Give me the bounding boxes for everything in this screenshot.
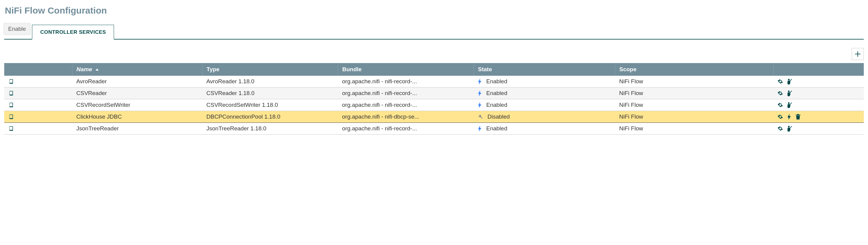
configure-button[interactable] [777, 102, 783, 108]
configure-button[interactable] [777, 126, 783, 131]
column-header-name[interactable]: Name [72, 63, 202, 76]
documentation-icon[interactable] [8, 126, 68, 131]
disable-button[interactable] [787, 79, 793, 85]
column-header-type[interactable]: Type [202, 63, 338, 76]
state-label: Enabled [486, 78, 507, 85]
cell-scope: NiFi Flow [615, 88, 773, 99]
cell-name: CSVRecordSetWriter [72, 99, 202, 111]
cell-actions [773, 111, 864, 123]
documentation-icon[interactable] [8, 79, 68, 84]
cell-state: Disabled [473, 111, 615, 123]
state-label: Enabled [486, 125, 507, 132]
table-row[interactable]: AvroReaderAvroReader 1.18.0org.apache.ni… [4, 76, 864, 88]
add-controller-service-button[interactable] [852, 48, 864, 60]
tabs: Enable RAL CONTROLLER SERVICES [4, 24, 864, 39]
table-row[interactable]: CSVReaderCSVReader 1.18.0org.apache.nifi… [4, 88, 864, 99]
disable-button[interactable] [787, 90, 793, 96]
cell-state: Enabled [473, 76, 615, 88]
svg-point-6 [788, 126, 789, 127]
table-row[interactable]: JsonTreeReaderJsonTreeReader 1.18.0org.a… [4, 123, 864, 134]
table-row[interactable]: CSVRecordSetWriterCSVRecordSetWriter 1.1… [4, 99, 864, 111]
cell-scope: NiFi Flow [615, 99, 773, 111]
svg-point-2 [788, 91, 789, 92]
configure-button[interactable] [777, 79, 783, 84]
cell-type: DBCPConnectionPool 1.18.0 [202, 111, 338, 123]
cell-type: AvroReader 1.18.0 [202, 76, 338, 88]
cell-scope: NiFi Flow [615, 123, 773, 134]
cell-actions [773, 99, 864, 111]
enable-button[interactable] [787, 114, 792, 120]
cell-name: CSVReader [72, 88, 202, 99]
tab-controller-services[interactable]: CONTROLLER SERVICES [32, 25, 114, 39]
cell-actions [773, 123, 864, 134]
cell-bundle: org.apache.nifi - nifi-record-... [338, 99, 473, 111]
cell-name: AvroReader [72, 76, 202, 88]
cell-bundle: org.apache.nifi - nifi-record-... [338, 76, 473, 88]
wrench-icon [478, 114, 483, 120]
cell-scope: NiFi Flow [615, 76, 773, 88]
state-label: Disabled [487, 114, 510, 120]
cell-bundle: org.apache.nifi - nifi-record-... [338, 123, 473, 134]
controller-services-table: Name Type Bundle State Scope AvroReaderA… [4, 63, 864, 134]
cell-state: Enabled [473, 123, 615, 134]
bolt-icon [478, 90, 482, 96]
column-header-bundle[interactable]: Bundle [338, 63, 473, 76]
documentation-icon[interactable] [8, 114, 68, 120]
cell-name: ClickHouse JDBC [72, 111, 202, 123]
cell-type: CSVReader 1.18.0 [202, 88, 338, 99]
sort-ascending-icon [96, 68, 99, 71]
enable-tooltip: Enable [4, 23, 30, 35]
delete-button[interactable] [796, 114, 801, 120]
disable-button[interactable] [787, 102, 793, 108]
column-header-actions[interactable] [773, 63, 864, 76]
cell-bundle: org.apache.nifi - nifi-record-... [338, 88, 473, 99]
state-label: Enabled [486, 102, 507, 108]
cell-name: JsonTreeReader [72, 123, 202, 134]
configure-button[interactable] [777, 114, 783, 120]
toolbar [4, 48, 864, 60]
bolt-icon [478, 79, 482, 85]
bolt-icon [478, 125, 482, 131]
svg-point-4 [788, 102, 789, 104]
cell-actions [773, 76, 864, 88]
column-header-state[interactable]: State [473, 63, 615, 76]
cell-type: JsonTreeReader 1.18.0 [202, 123, 338, 134]
disable-button[interactable] [787, 125, 793, 131]
configure-button[interactable] [777, 91, 783, 96]
documentation-icon[interactable] [8, 102, 68, 108]
cell-bundle: org.apache.nifi - nifi-dbcp-se... [338, 111, 473, 123]
cell-scope: NiFi Flow [615, 111, 773, 123]
page-title: NiFi Flow Configuration [5, 5, 864, 16]
cell-actions [773, 88, 864, 99]
cell-state: Enabled [473, 99, 615, 111]
column-header-scope[interactable]: Scope [615, 63, 773, 76]
column-header-name-label: Name [76, 66, 92, 72]
column-header-blank[interactable] [4, 63, 72, 76]
state-label: Enabled [486, 90, 507, 97]
documentation-icon[interactable] [8, 91, 68, 96]
cell-type: CSVRecordSetWriter 1.18.0 [202, 99, 338, 111]
cell-state: Enabled [473, 88, 615, 99]
svg-point-0 [788, 79, 789, 80]
plus-icon [855, 51, 861, 57]
bolt-icon [478, 102, 482, 108]
table-row[interactable]: ClickHouse JDBCDBCPConnectionPool 1.18.0… [4, 111, 864, 123]
table-header-row: Name Type Bundle State Scope [4, 63, 864, 76]
